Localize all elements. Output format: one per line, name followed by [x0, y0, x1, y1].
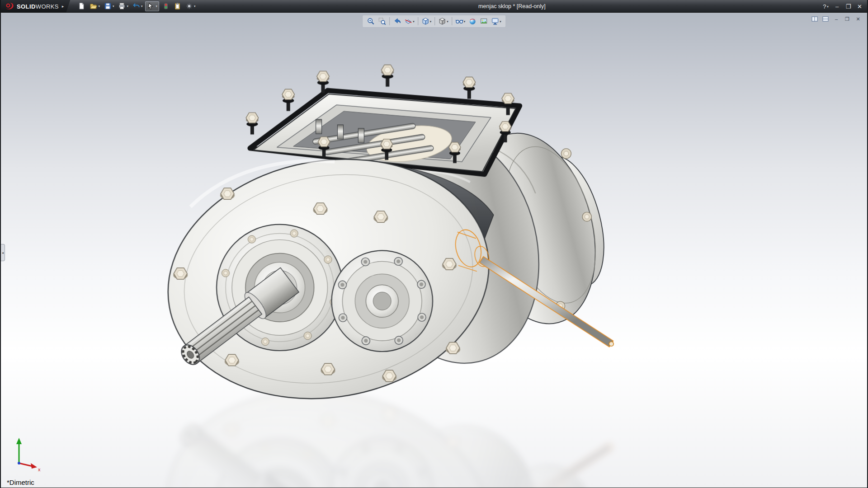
- document-window-controls: – ❐ ✕: [810, 15, 863, 23]
- select-cursor-icon: [147, 2, 155, 10]
- view-orientation-label: *Dimetric: [7, 479, 34, 486]
- view-settings-button[interactable]: ▾: [490, 16, 502, 26]
- new-document-icon: [78, 2, 85, 10]
- toolbar-separator: [389, 17, 390, 25]
- edit-appearance-button[interactable]: [467, 16, 477, 26]
- file-properties-icon: [174, 2, 181, 10]
- document-title: menjac sklop * [Read-only]: [478, 3, 546, 9]
- doc-minimize-button[interactable]: –: [832, 15, 841, 23]
- split-pane-icon: [811, 16, 818, 22]
- dropdown-caret-icon[interactable]: ▾: [98, 5, 100, 8]
- toolbar-separator: [452, 17, 452, 25]
- undo-icon: [132, 2, 140, 10]
- dropdown-caret-icon[interactable]: ▾: [500, 20, 501, 23]
- ds-logo-icon: [5, 2, 14, 10]
- zoom-to-area-icon: [378, 17, 386, 25]
- previous-view-button[interactable]: [392, 16, 402, 26]
- rebuild-button[interactable]: [160, 1, 171, 11]
- options-gear-icon: [185, 2, 193, 10]
- triad-x-label: x: [38, 467, 41, 472]
- dropdown-caret-icon[interactable]: ▾: [127, 5, 128, 8]
- hide-show-items-icon: [455, 17, 463, 25]
- apply-scene-button[interactable]: [479, 16, 489, 26]
- display-style-icon: [438, 17, 446, 25]
- apply-scene-icon: [480, 17, 488, 25]
- help-label: ?: [823, 3, 826, 10]
- close-button[interactable]: ✕: [854, 1, 865, 11]
- minimize-button[interactable]: –: [831, 1, 843, 11]
- hide-show-items-button[interactable]: ▾: [454, 16, 467, 26]
- rebuild-icon: [162, 2, 170, 10]
- brand-expand-arrow[interactable]: ▸: [62, 4, 64, 9]
- zoom-to-fit-icon: [367, 17, 375, 25]
- heads-up-view-toolbar: ▾ ▾: [362, 15, 506, 28]
- view-orientation-cube-icon: [421, 17, 429, 25]
- section-view-button[interactable]: ▾: [403, 16, 415, 26]
- dropdown-caret-icon[interactable]: ▾: [194, 5, 196, 8]
- dropdown-caret-icon[interactable]: ▾: [413, 20, 415, 23]
- brand-text-light: WORKS: [36, 3, 59, 10]
- edit-appearance-icon: [468, 17, 476, 25]
- zoom-to-area-button[interactable]: [377, 16, 387, 26]
- brand-text-bold: SOLID: [17, 3, 36, 10]
- solidworks-brand: SOLIDWORKS ▸: [1, 0, 70, 12]
- handle-arrow-icon: ◂: [2, 251, 4, 255]
- dropdown-caret-icon[interactable]: ▾: [156, 5, 157, 8]
- restore-button[interactable]: ❐: [843, 1, 854, 11]
- doc-close-button[interactable]: ✕: [854, 15, 863, 23]
- new-document-button[interactable]: [76, 1, 87, 11]
- help-button[interactable]: ? ▾: [820, 1, 831, 11]
- open-button[interactable]: ▾: [88, 1, 101, 11]
- toolbar-separator: [418, 17, 418, 25]
- dropdown-caret-icon[interactable]: ▾: [430, 20, 432, 23]
- view-orientation-button[interactable]: ▾: [420, 16, 433, 26]
- select-button[interactable]: ▾: [145, 1, 159, 11]
- title-bar: SOLIDWORKS ▸ ▾: [1, 0, 867, 13]
- zoom-to-fit-button[interactable]: [366, 16, 376, 26]
- print-icon: [118, 2, 126, 10]
- options-button[interactable]: ▾: [184, 1, 197, 11]
- gearbox-model-canvas[interactable]: [1, 13, 867, 488]
- triad-x-axis: x: [19, 463, 41, 472]
- triad-z-axis: [18, 462, 20, 465]
- featuremanager-collapsed-handle[interactable]: ◂: [1, 244, 5, 261]
- tile-pane-icon: [822, 16, 829, 22]
- undo-button[interactable]: ▾: [131, 1, 144, 11]
- section-view-icon: [404, 17, 412, 25]
- gearbox-assembly[interactable]: [149, 65, 616, 423]
- dropdown-caret-icon[interactable]: ▾: [447, 20, 448, 23]
- graphics-viewport[interactable]: ▾ ▾: [1, 13, 867, 488]
- dropdown-caret-icon[interactable]: ▾: [464, 20, 466, 23]
- main-toolbar: ▾ ▾ ▾: [76, 1, 197, 11]
- file-properties-button[interactable]: [172, 1, 183, 11]
- split-pane-button[interactable]: [810, 15, 819, 23]
- window-controls: ? ▾ – ❐ ✕: [820, 0, 865, 13]
- toolbar-separator: [434, 17, 435, 25]
- dropdown-caret-icon[interactable]: ▾: [113, 5, 114, 8]
- dropdown-caret-icon[interactable]: ▾: [141, 5, 143, 8]
- save-icon: [104, 2, 112, 10]
- triad-y-axis: [16, 438, 22, 463]
- view-settings-icon: [491, 17, 499, 25]
- tile-pane-button[interactable]: [821, 15, 830, 23]
- doc-restore-button[interactable]: ❐: [843, 15, 852, 23]
- orientation-triad: x: [8, 434, 47, 476]
- display-style-button[interactable]: ▾: [437, 16, 449, 26]
- open-icon: [90, 2, 97, 10]
- save-button[interactable]: ▾: [103, 1, 116, 11]
- previous-view-icon: [393, 17, 401, 25]
- print-button[interactable]: ▾: [117, 1, 130, 11]
- dropdown-caret-icon[interactable]: ▾: [827, 5, 829, 8]
- application-window: SOLIDWORKS ▸ ▾: [0, 0, 868, 488]
